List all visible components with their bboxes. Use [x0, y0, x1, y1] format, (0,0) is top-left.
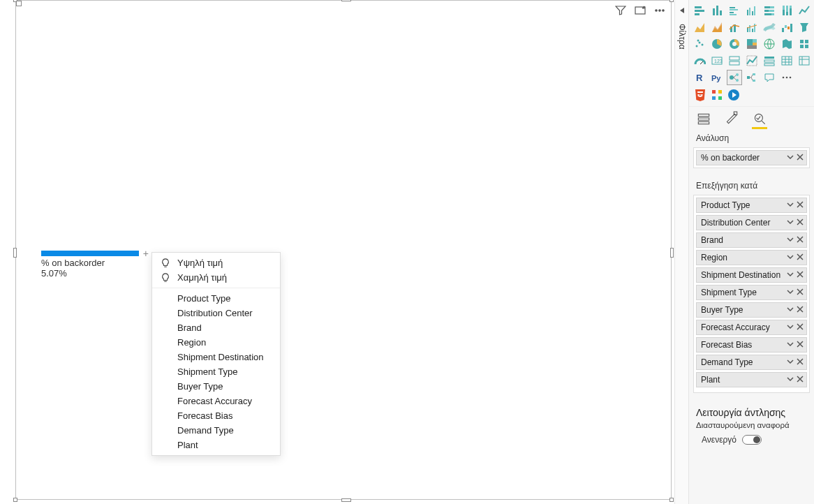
- viz-stacked-area[interactable]: [709, 20, 725, 35]
- viz-100-col[interactable]: [779, 3, 794, 18]
- viz-shape-map[interactable]: [797, 36, 812, 52]
- resize-handle-br[interactable]: [669, 498, 674, 502]
- menu-field-forecast-accuracy[interactable]: Forecast Accuracy: [152, 394, 280, 408]
- menu-field-brand[interactable]: Brand: [152, 320, 280, 335]
- viz-pie[interactable]: [709, 36, 725, 52]
- menu-field-buyer-type[interactable]: Buyer Type: [152, 379, 280, 394]
- chevron-down-icon[interactable]: [787, 235, 794, 245]
- viz-py-visual[interactable]: Py: [709, 70, 725, 85]
- tab-fields[interactable]: [696, 111, 711, 126]
- more-options-icon[interactable]: [654, 5, 665, 19]
- chevron-down-icon[interactable]: [787, 153, 794, 163]
- viz-waterfall[interactable]: [779, 20, 794, 35]
- focus-mode-icon[interactable]: [635, 5, 646, 19]
- viz-r-visual[interactable]: R: [692, 70, 707, 85]
- explain-field-chip[interactable]: Demand Type: [696, 355, 807, 370]
- viz-line-clustered-col[interactable]: [744, 20, 760, 35]
- resize-handle-bl[interactable]: [13, 498, 17, 502]
- viz-kpi[interactable]: [744, 53, 760, 68]
- remove-field-icon[interactable]: [797, 153, 804, 163]
- chevron-down-icon[interactable]: [787, 270, 794, 280]
- remove-field-icon[interactable]: [797, 270, 804, 280]
- chevron-down-icon[interactable]: [787, 323, 794, 332]
- viz-line[interactable]: [797, 3, 812, 18]
- explain-field-chip[interactable]: Forecast Bias: [696, 337, 807, 353]
- grid-visual-icon[interactable]: [710, 88, 724, 102]
- remove-field-icon[interactable]: [797, 235, 804, 245]
- viz-treemap[interactable]: [744, 36, 760, 52]
- chevron-down-icon[interactable]: [787, 375, 794, 385]
- viz-filled-map[interactable]: [779, 36, 794, 52]
- analyze-field-chip[interactable]: % on backorder: [696, 150, 807, 165]
- resize-handle-left[interactable]: [13, 248, 17, 258]
- viz-table[interactable]: [779, 53, 794, 68]
- expand-filters-icon[interactable]: [679, 4, 686, 17]
- menu-field-distribution-center[interactable]: Distribution Center: [152, 306, 280, 320]
- explain-field-chip[interactable]: Brand: [696, 232, 807, 248]
- play-axis-icon[interactable]: [727, 88, 741, 102]
- viz-funnel[interactable]: [797, 20, 812, 35]
- explain-field-chip[interactable]: Distribution Center: [696, 215, 807, 230]
- remove-field-icon[interactable]: [797, 200, 804, 210]
- remove-field-icon[interactable]: [797, 340, 804, 350]
- viz-stacked-col[interactable]: [709, 3, 725, 18]
- remove-field-icon[interactable]: [797, 323, 804, 332]
- menu-field-region[interactable]: Region: [152, 335, 280, 350]
- menu-field-product-type[interactable]: Product Type: [152, 291, 280, 306]
- viz-map[interactable]: [762, 36, 777, 52]
- resize-handle-bottom[interactable]: [341, 498, 351, 502]
- chevron-down-icon[interactable]: [787, 305, 794, 315]
- viz-key-influencers[interactable]: [727, 70, 742, 85]
- chevron-down-icon[interactable]: [787, 340, 794, 350]
- viz-decomposition[interactable]: [744, 70, 760, 85]
- menu-low-value[interactable]: Χαμηλή τιμή: [152, 270, 280, 285]
- menu-field-demand-type[interactable]: Demand Type: [152, 423, 280, 438]
- remove-field-icon[interactable]: [797, 357, 804, 367]
- viz-stacked-bar[interactable]: [692, 3, 707, 18]
- explain-field-chip[interactable]: Plant: [696, 372, 807, 387]
- html5-visual-icon[interactable]: [693, 88, 707, 102]
- explain-by-well[interactable]: Product TypeDistribution CenterBrandRegi…: [693, 195, 810, 393]
- menu-field-plant[interactable]: Plant: [152, 438, 280, 452]
- remove-field-icon[interactable]: [797, 375, 804, 385]
- resize-handle-tl[interactable]: [13, 0, 17, 2]
- viz-area[interactable]: [692, 20, 707, 35]
- viz-slicer[interactable]: [762, 53, 777, 68]
- viz-100-bar[interactable]: [762, 3, 777, 18]
- resize-handle-tr[interactable]: [669, 0, 674, 2]
- menu-field-shipment-destination[interactable]: Shipment Destination: [152, 350, 280, 364]
- explain-field-chip[interactable]: Product Type: [696, 198, 807, 213]
- explain-field-chip[interactable]: Shipment Destination: [696, 267, 807, 283]
- resize-handle-top[interactable]: [341, 0, 351, 1]
- viz-qna[interactable]: [762, 70, 777, 85]
- viz-card[interactable]: 123: [709, 53, 725, 68]
- analyze-well[interactable]: % on backorder: [693, 147, 810, 168]
- viz-more[interactable]: [779, 70, 794, 85]
- resize-handle-right[interactable]: [670, 248, 674, 258]
- viz-matrix[interactable]: [797, 53, 812, 68]
- viz-clustered-bar[interactable]: [727, 3, 742, 18]
- remove-field-icon[interactable]: [797, 305, 804, 315]
- explain-field-chip[interactable]: Forecast Accuracy: [696, 320, 807, 335]
- chevron-down-icon[interactable]: [787, 200, 794, 210]
- menu-high-value[interactable]: Υψηλή τιμή: [152, 255, 280, 270]
- viz-clustered-col[interactable]: [744, 3, 760, 18]
- menu-field-shipment-type[interactable]: Shipment Type: [152, 364, 280, 379]
- viz-gauge[interactable]: [692, 53, 707, 68]
- remove-field-icon[interactable]: [797, 288, 804, 297]
- explain-field-chip[interactable]: Shipment Type: [696, 285, 807, 300]
- remove-field-icon[interactable]: [797, 218, 804, 228]
- cross-report-toggle[interactable]: [742, 435, 762, 445]
- viz-line-col[interactable]: [727, 20, 742, 35]
- chevron-down-icon[interactable]: [787, 288, 794, 297]
- filter-icon[interactable]: [615, 5, 626, 19]
- filters-pane-collapsed[interactable]: Φίλτρα: [674, 0, 688, 504]
- menu-field-forecast-bias[interactable]: Forecast Bias: [152, 408, 280, 423]
- remove-field-icon[interactable]: [797, 253, 804, 262]
- chevron-down-icon[interactable]: [787, 253, 794, 262]
- expand-plus-icon[interactable]: +: [143, 248, 149, 259]
- bar-segment[interactable]: +: [41, 251, 139, 256]
- viz-donut[interactable]: [727, 36, 742, 52]
- viz-scatter[interactable]: [692, 36, 707, 52]
- report-canvas[interactable]: + % on backorder 5.07% Υψηλή τιμή Χαμηλή…: [0, 0, 674, 504]
